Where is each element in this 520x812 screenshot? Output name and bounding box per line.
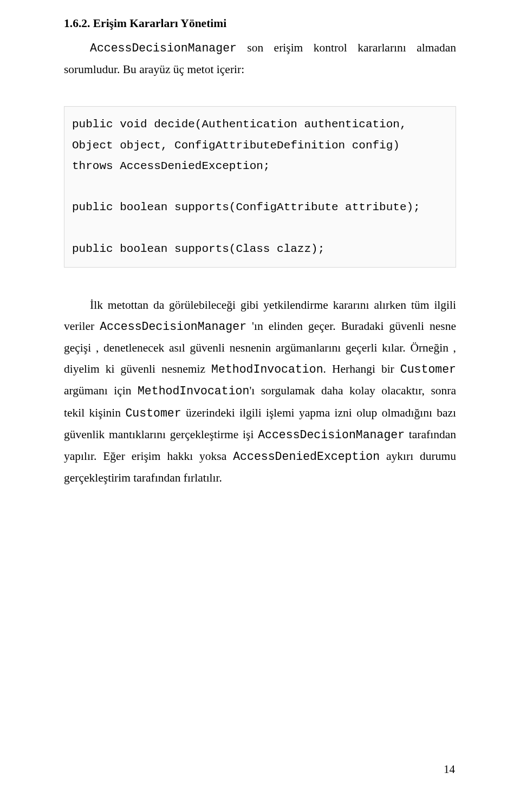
text-run: . Herhangi bir bbox=[323, 362, 400, 375]
code-inline: AccessDeniedException bbox=[233, 450, 380, 463]
code-inline: Customer bbox=[125, 407, 181, 420]
text-run: argümanı için bbox=[64, 384, 138, 397]
code-inline: Customer bbox=[400, 363, 456, 376]
code-inline: AccessDecisionManager bbox=[100, 320, 246, 333]
page: 1.6.2. Erişim Kararları Yönetimi AccessD… bbox=[0, 0, 520, 812]
intro-paragraph: AccessDecisionManager son erişim kontrol… bbox=[64, 37, 456, 80]
page-number: 14 bbox=[444, 759, 455, 779]
body-paragraph: İlk metottan da görülebileceği gibi yetk… bbox=[64, 295, 456, 489]
code-block: public void decide(Authentication authen… bbox=[64, 106, 456, 268]
section-heading: 1.6.2. Erişim Kararları Yönetimi bbox=[64, 13, 456, 34]
code-inline: AccessDecisionManager bbox=[258, 428, 405, 441]
code-inline: AccessDecisionManager bbox=[90, 42, 237, 55]
code-inline: MethodInvocation bbox=[138, 385, 249, 398]
code-inline: MethodInvocation bbox=[211, 363, 323, 376]
